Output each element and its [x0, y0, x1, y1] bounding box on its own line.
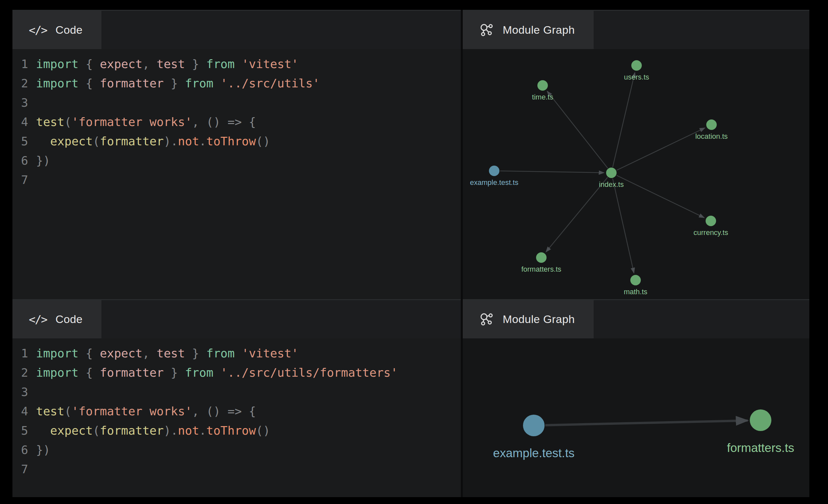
code-token: expect: [100, 344, 142, 363]
code-token: test: [157, 54, 185, 74]
line-number: 3: [12, 382, 28, 402]
graph-node-formatters.ts[interactable]: [536, 252, 546, 263]
tab-label-code: Code: [55, 313, 82, 326]
graph-tab-bar-top: Module Graph: [463, 10, 809, 49]
code-token: toThrow: [206, 421, 256, 440]
graph-edge-example.test.ts-to-index.ts: [500, 171, 604, 172]
graph-node-label-users.ts: users.ts: [624, 73, 649, 81]
code-token: expect: [100, 54, 142, 74]
code-line: 5 expect(formatter).not.toThrow(): [12, 132, 461, 151]
code-tab-bar-bottom: </> Code: [12, 299, 461, 338]
line-number: 6: [12, 440, 28, 460]
graph-node-location.ts[interactable]: [706, 120, 717, 130]
module-graph-canvas-top[interactable]: example.test.tsindex.tsusers.tstime.tslo…: [463, 49, 809, 299]
code-token: import: [36, 74, 79, 93]
line-number: 3: [12, 93, 28, 112]
graph-node-index.ts[interactable]: [606, 168, 617, 178]
code-editor-top[interactable]: 1import { expect, test } from 'vitest'2i…: [12, 49, 461, 299]
code-token: .: [199, 421, 207, 440]
graph-node-users.ts[interactable]: [631, 60, 642, 71]
code-token: '../src/utils': [220, 74, 320, 93]
line-number: 2: [12, 363, 28, 382]
code-token: 'formatter works': [71, 112, 192, 132]
code-token: from: [206, 54, 235, 74]
module-graph-canvas-bottom[interactable]: example.test.tsformatters.ts: [463, 338, 809, 497]
code-token: 'vitest': [242, 344, 298, 363]
graph-node-label-index.ts: index.ts: [599, 180, 624, 188]
top-row: </> Code 1import { expect, test } from '…: [12, 10, 809, 299]
code-token: from: [206, 344, 235, 363]
code-token: .: [199, 132, 207, 151]
graph-edge-index.ts-to-currency.ts: [617, 175, 704, 218]
code-token: [213, 74, 220, 93]
module-graph-panel-bottom: Module Graph example.test.tsformatters.t…: [463, 299, 809, 497]
graph-node-currency.ts[interactable]: [706, 216, 716, 226]
code-token: formatter: [100, 363, 164, 382]
code-token: formatter: [100, 132, 164, 151]
code-token: ,: [142, 344, 157, 363]
code-line: 6}): [12, 440, 461, 460]
code-token: [213, 363, 220, 382]
graph-node-label-location.ts: location.ts: [695, 132, 728, 140]
code-token: (: [93, 421, 100, 440]
code-line: 7: [12, 460, 461, 479]
line-number: 1: [12, 54, 28, 74]
code-token: ).: [164, 132, 178, 151]
line-number: 6: [12, 151, 28, 170]
graph-node-math.ts[interactable]: [630, 275, 641, 285]
code-token: (: [65, 112, 72, 132]
graph-node-example.test.ts[interactable]: [489, 166, 499, 176]
tab-label-module-graph: Module Graph: [503, 313, 575, 326]
tab-module-graph-bottom[interactable]: Module Graph: [463, 300, 594, 338]
code-token: expect: [50, 132, 93, 151]
graph-node-example.test.ts[interactable]: [523, 415, 545, 436]
code-token: }: [164, 74, 185, 93]
code-tab-bar-top: </> Code: [12, 10, 461, 49]
code-line: 4test('formatter works', () => {: [12, 112, 461, 132]
line-number: 5: [12, 132, 28, 151]
code-token: (: [65, 402, 72, 421]
code-line: 4test('formatter works', () => {: [12, 402, 461, 421]
code-editor-bottom[interactable]: 1import { expect, test } from 'vitest'2i…: [12, 338, 461, 497]
code-icon: </>: [29, 24, 47, 37]
code-token: ).: [164, 421, 178, 440]
tab-label-code: Code: [55, 24, 82, 36]
line-number: 1: [12, 344, 28, 363]
graph-node-label-formatters.ts: formatters.ts: [521, 265, 561, 273]
code-panel-top: </> Code 1import { expect, test } from '…: [12, 10, 461, 299]
code-token: 'vitest': [242, 54, 298, 74]
bottom-row: </> Code 1import { expect, test } from '…: [12, 299, 809, 497]
code-token: from: [185, 363, 213, 382]
tab-code-top[interactable]: </> Code: [12, 11, 101, 49]
graph-node-formatters.ts[interactable]: [750, 410, 772, 431]
code-token: }: [185, 54, 206, 74]
code-token: test: [36, 402, 65, 421]
code-token: }): [36, 151, 50, 170]
code-line: 2import { formatter } from '../src/utils…: [12, 74, 461, 93]
module-graph-icon: [479, 312, 494, 327]
code-token: {: [79, 54, 100, 74]
code-token: not: [178, 421, 199, 440]
code-token: formatter: [100, 74, 164, 93]
tab-code-bottom[interactable]: </> Code: [12, 300, 101, 338]
graph-edge-index.ts-to-formatters.ts: [546, 177, 608, 252]
code-token: 'formatter works': [71, 402, 192, 421]
code-line: 3: [12, 382, 461, 402]
code-token: }: [164, 363, 185, 382]
graph-node-time.ts[interactable]: [537, 80, 548, 91]
module-graph-panel-top: Module Graph example.test.tsindex.tsuser…: [463, 10, 809, 299]
line-number: 5: [12, 421, 28, 440]
tab-module-graph-top[interactable]: Module Graph: [463, 11, 594, 49]
code-token: toThrow: [206, 132, 256, 151]
code-icon: </>: [29, 313, 47, 326]
code-token: from: [185, 74, 213, 93]
code-token: (): [256, 421, 270, 440]
code-line: 1import { expect, test } from 'vitest': [12, 54, 461, 74]
line-number: 7: [12, 170, 28, 190]
code-token: test: [36, 112, 65, 132]
module-graph-icon: [479, 23, 494, 38]
code-token: '../src/utils/formatters': [220, 363, 398, 382]
code-token: (): [256, 132, 270, 151]
code-line: 5 expect(formatter).not.toThrow(): [12, 421, 461, 440]
line-number: 7: [12, 460, 28, 479]
